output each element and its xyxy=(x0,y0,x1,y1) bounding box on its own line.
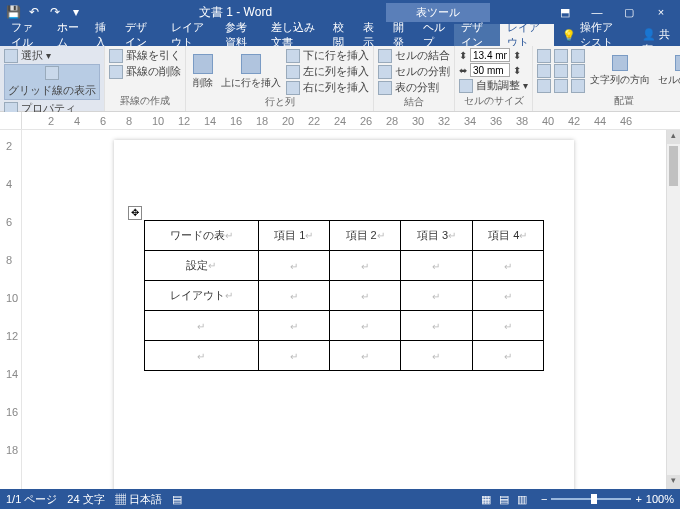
delete-button[interactable]: 削除 xyxy=(190,48,216,95)
word-table[interactable]: ワードの表↵ 項目 1↵ 項目 2↵ 項目 3↵ 項目 4↵ 設定↵ ↵ ↵ ↵… xyxy=(144,220,544,371)
share-button[interactable]: 👤 共有 xyxy=(632,24,680,46)
tab-view[interactable]: 表示 xyxy=(356,24,386,46)
select-button[interactable]: 選択 ▾ xyxy=(4,48,100,63)
tab-design[interactable]: デザイン xyxy=(118,24,164,46)
col-width-input[interactable]: ⬌ ⬍ xyxy=(459,63,528,77)
zoom-in-button[interactable]: + xyxy=(635,493,641,505)
horizontal-ruler[interactable]: 2468101214161820222426283032343638404244… xyxy=(22,112,680,129)
scroll-up-icon[interactable]: ▴ xyxy=(667,130,680,144)
table-cell[interactable]: 項目 3↵ xyxy=(401,221,472,251)
table-cell[interactable]: 設定↵ xyxy=(145,251,259,281)
status-macro-icon[interactable]: ▤ xyxy=(172,493,182,506)
contextual-tab-label: 表ツール xyxy=(386,3,490,22)
cell-margins-button[interactable]: セルの配置 xyxy=(655,48,680,94)
page: ✥ ワードの表↵ 項目 1↵ 項目 2↵ 項目 3↵ 項目 4↵ 設定↵ ↵ ↵… xyxy=(114,140,574,489)
tab-mailings[interactable]: 差し込み文書 xyxy=(264,24,326,46)
draw-border-button[interactable]: 罫線を引く xyxy=(109,48,181,63)
close-icon[interactable]: × xyxy=(646,6,676,19)
tab-layout[interactable]: レイアウト xyxy=(164,24,218,46)
table-cell[interactable]: ↵ xyxy=(329,311,400,341)
group-cell-size: セルのサイズ xyxy=(459,94,528,109)
table-cell[interactable]: ↵ xyxy=(472,341,543,371)
group-merge: 結合 xyxy=(378,95,450,110)
ruler-corner xyxy=(0,112,22,129)
tab-file[interactable]: ファイル xyxy=(4,24,50,46)
tab-review[interactable]: 校閲 xyxy=(326,24,356,46)
autofit-button[interactable]: 自動調整 ▾ xyxy=(459,78,528,93)
tab-references[interactable]: 参考資料 xyxy=(218,24,264,46)
tab-help[interactable]: ヘルプ xyxy=(416,24,454,46)
group-rows-cols: 行と列 xyxy=(190,95,369,110)
document-canvas[interactable]: ✥ ワードの表↵ 項目 1↵ 項目 2↵ 項目 3↵ 項目 4↵ 設定↵ ↵ ↵… xyxy=(22,130,666,489)
vertical-ruler[interactable]: 24681012141618 xyxy=(0,130,22,489)
insert-left-button[interactable]: 左に列を挿入 xyxy=(286,64,369,79)
alignment-grid[interactable] xyxy=(537,48,585,94)
split-cells-button[interactable]: セルの分割 xyxy=(378,64,450,79)
undo-icon[interactable]: ↶ xyxy=(25,3,43,21)
table-cell[interactable]: ↵ xyxy=(472,311,543,341)
table-cell[interactable]: ワードの表↵ xyxy=(145,221,259,251)
table-cell[interactable]: ↵ xyxy=(401,311,472,341)
table-row: ↵ ↵ ↵ ↵ ↵ xyxy=(145,341,544,371)
table-cell[interactable]: ↵ xyxy=(258,341,329,371)
split-table-button[interactable]: 表の分割 xyxy=(378,80,450,95)
zoom-level[interactable]: 100% xyxy=(646,493,674,505)
merge-cells-button[interactable]: セルの結合 xyxy=(378,48,450,63)
table-row: ワードの表↵ 項目 1↵ 項目 2↵ 項目 3↵ 項目 4↵ xyxy=(145,221,544,251)
zoom-slider[interactable] xyxy=(551,498,631,500)
table-cell[interactable]: ↵ xyxy=(145,311,259,341)
vertical-scrollbar[interactable]: ▴ ▾ xyxy=(666,130,680,489)
tab-table-layout[interactable]: レイアウト xyxy=(500,24,554,46)
table-cell[interactable]: ↵ xyxy=(258,311,329,341)
table-cell[interactable]: ↵ xyxy=(472,281,543,311)
tab-developer[interactable]: 開発 xyxy=(386,24,416,46)
table-cell[interactable]: ↵ xyxy=(329,251,400,281)
table-cell[interactable]: ↵ xyxy=(401,281,472,311)
text-direction-button[interactable]: 文字列の方向 xyxy=(587,48,653,94)
eraser-button[interactable]: 罫線の削除 xyxy=(109,64,181,79)
tab-insert[interactable]: 挿入 xyxy=(88,24,118,46)
row-height-input[interactable]: ⬍ ⬍ xyxy=(459,48,528,62)
table-row: レイアウト↵ ↵ ↵ ↵ ↵ xyxy=(145,281,544,311)
insert-right-button[interactable]: 右に列を挿入 xyxy=(286,80,369,95)
maximize-icon[interactable]: ▢ xyxy=(614,6,644,19)
minimize-icon[interactable]: — xyxy=(582,6,612,19)
view-buttons[interactable]: ▦▤▥ xyxy=(477,493,531,506)
scroll-thumb[interactable] xyxy=(669,146,678,186)
redo-icon[interactable]: ↷ xyxy=(46,3,64,21)
insert-below-button[interactable]: 下に行を挿入 xyxy=(286,48,369,63)
table-cell[interactable]: ↵ xyxy=(329,281,400,311)
status-page[interactable]: 1/1 ページ xyxy=(6,492,57,507)
table-cell[interactable]: ↵ xyxy=(258,281,329,311)
tab-table-design[interactable]: デザイン xyxy=(454,24,500,46)
table-cell[interactable]: ↵ xyxy=(401,341,472,371)
status-language[interactable]: ▦ 日本語 xyxy=(115,492,162,507)
qat-more-icon[interactable]: ▾ xyxy=(67,3,85,21)
zoom-out-button[interactable]: − xyxy=(541,493,547,505)
group-draw: 罫線の作成 xyxy=(109,94,181,109)
table-cell[interactable]: ↵ xyxy=(145,341,259,371)
document-title: 文書 1 - Word xyxy=(85,4,386,21)
tell-me[interactable]: 💡 操作アシスト xyxy=(554,24,631,46)
scroll-down-icon[interactable]: ▾ xyxy=(667,475,680,489)
table-cell[interactable]: レイアウト↵ xyxy=(145,281,259,311)
insert-above-button[interactable]: 上に行を挿入 xyxy=(218,48,284,95)
table-row: 設定↵ ↵ ↵ ↵ ↵ xyxy=(145,251,544,281)
table-cell[interactable]: 項目 4↵ xyxy=(472,221,543,251)
table-cell[interactable]: 項目 2↵ xyxy=(329,221,400,251)
table-cell[interactable]: ↵ xyxy=(258,251,329,281)
table-cell[interactable]: ↵ xyxy=(472,251,543,281)
status-word-count[interactable]: 24 文字 xyxy=(67,492,104,507)
table-move-handle[interactable]: ✥ xyxy=(128,206,142,220)
table-row: ↵ ↵ ↵ ↵ ↵ xyxy=(145,311,544,341)
table-cell[interactable]: ↵ xyxy=(329,341,400,371)
ribbon-toggle-icon[interactable]: ⬒ xyxy=(550,6,580,19)
table-cell[interactable]: ↵ xyxy=(401,251,472,281)
table-cell[interactable]: 項目 1↵ xyxy=(258,221,329,251)
view-gridlines-button[interactable]: グリッド線の表示 xyxy=(4,64,100,100)
save-icon[interactable]: 💾 xyxy=(4,3,22,21)
group-alignment: 配置 xyxy=(537,94,680,109)
tab-home[interactable]: ホーム xyxy=(50,24,88,46)
